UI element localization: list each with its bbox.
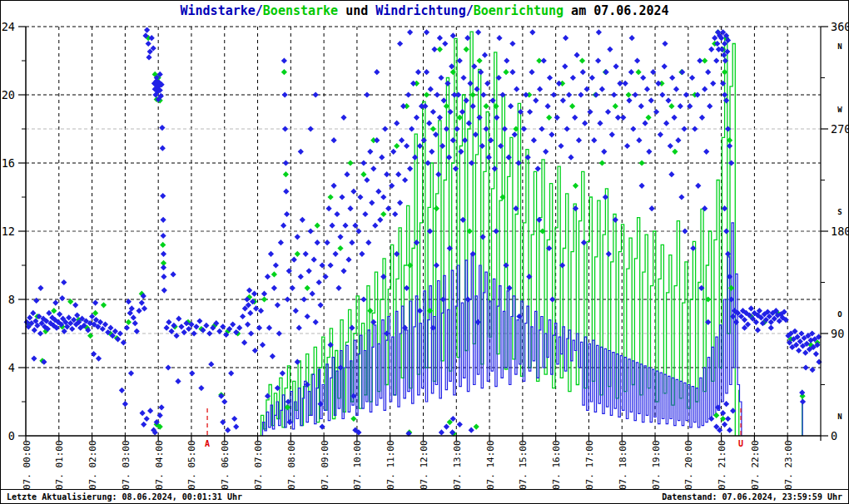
svg-text:07. 23:00: 07. 23:00 — [783, 440, 794, 490]
svg-text:07. 01:00: 07. 01:00 — [54, 440, 65, 490]
svg-text:0: 0 — [831, 429, 837, 442]
svg-text:N: N — [837, 42, 842, 51]
svg-text:180: 180 — [831, 225, 849, 238]
svg-text:4: 4 — [8, 361, 15, 374]
svg-text:07. 16:00: 07. 16:00 — [551, 440, 562, 490]
svg-text:07. 12:00: 07. 12:00 — [419, 440, 429, 490]
svg-text:07. 04:00: 07. 04:00 — [154, 440, 165, 490]
weather-chart-window: Windstarke/Boenstarke und Windrichtung/B… — [0, 0, 849, 504]
svg-text:U: U — [738, 439, 743, 448]
svg-text:07. 19:00: 07. 19:00 — [651, 440, 662, 490]
svg-text:N: N — [837, 413, 842, 421]
data-state-text: Datenstand: 07.06.2024, 23:59:59 Uhr — [662, 492, 842, 502]
svg-text:24: 24 — [2, 20, 15, 33]
svg-text:07. 00:00: 07. 00:00 — [22, 440, 32, 490]
wind-chart-canvas: 04812162024360N270W180S90O0N07. 00:0007.… — [1, 1, 849, 492]
svg-text:16: 16 — [2, 156, 15, 170]
svg-text:07. 10:00: 07. 10:00 — [352, 440, 363, 490]
svg-text:8: 8 — [8, 293, 15, 306]
svg-text:07. 15:00: 07. 15:00 — [518, 440, 529, 490]
svg-text:360: 360 — [831, 20, 849, 33]
svg-text:0: 0 — [8, 429, 15, 442]
svg-text:07. 11:00: 07. 11:00 — [385, 440, 396, 490]
svg-text:07. 18:00: 07. 18:00 — [618, 440, 628, 490]
svg-text:07. 17:00: 07. 17:00 — [584, 440, 595, 490]
svg-text:S: S — [837, 208, 842, 216]
svg-text:A: A — [205, 439, 210, 448]
svg-text:07. 13:00: 07. 13:00 — [452, 440, 463, 490]
svg-text:12: 12 — [2, 225, 15, 238]
svg-text:07. 06:00: 07. 06:00 — [220, 440, 231, 490]
svg-text:270: 270 — [831, 122, 849, 136]
svg-text:07. 21:00: 07. 21:00 — [717, 440, 727, 490]
svg-text:07. 07:00: 07. 07:00 — [253, 440, 264, 490]
svg-text:07. 22:00: 07. 22:00 — [750, 440, 761, 490]
svg-text:07. 14:00: 07. 14:00 — [485, 440, 496, 490]
svg-text:W: W — [837, 106, 842, 114]
svg-text:07. 20:00: 07. 20:00 — [683, 440, 694, 490]
svg-text:07. 08:00: 07. 08:00 — [286, 440, 297, 490]
last-update-text: Letzte Aktualisierung: 08.06.2024, 00:01… — [7, 492, 242, 502]
svg-text:07. 03:00: 07. 03:00 — [121, 440, 132, 490]
svg-text:07. 05:00: 07. 05:00 — [186, 440, 197, 490]
status-bar: Letzte Aktualisierung: 08.06.2024, 00:01… — [1, 489, 848, 503]
svg-text:90: 90 — [831, 327, 844, 340]
svg-text:07. 02:00: 07. 02:00 — [87, 440, 98, 490]
svg-text:07. 09:00: 07. 09:00 — [320, 440, 330, 490]
svg-text:O: O — [837, 310, 842, 319]
svg-text:20: 20 — [2, 88, 15, 101]
